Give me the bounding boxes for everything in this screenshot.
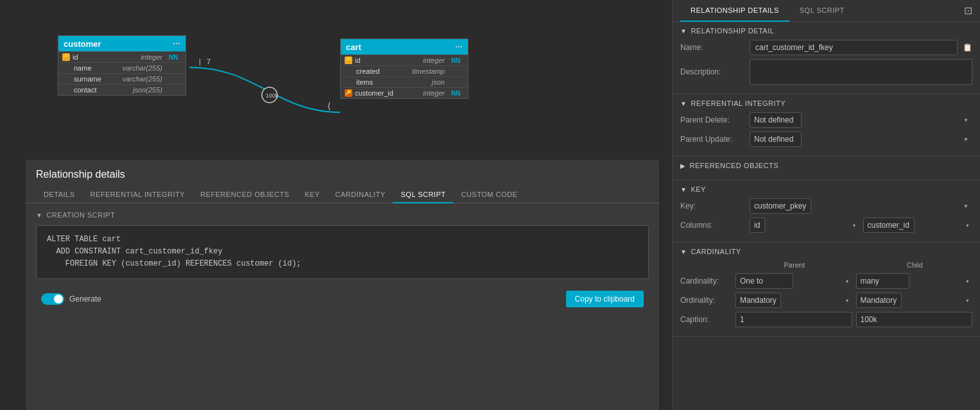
generate-label: Generate bbox=[69, 295, 101, 303]
col-name: surname bbox=[74, 75, 120, 83]
col-type: integer bbox=[423, 89, 445, 97]
columns-row: Columns: id customer_id bbox=[680, 218, 972, 233]
script-footer: Generate Copy to clipboard bbox=[36, 287, 649, 311]
relationship-detail-label: RELATIONSHIP DETAIL bbox=[691, 27, 774, 35]
col-constraint: NN bbox=[169, 54, 182, 61]
generate-toggle-switch[interactable] bbox=[41, 293, 64, 305]
parent-delete-label: Parent Delete: bbox=[680, 115, 744, 124]
col-name: contact bbox=[74, 86, 130, 94]
customer-table-header: customer ··· bbox=[58, 36, 185, 51]
col-type: varchar(255) bbox=[123, 64, 162, 72]
chevron-down-icon: ▼ bbox=[680, 28, 687, 35]
parent-update-row: Parent Update: Not defined CASCADE SET N… bbox=[680, 132, 972, 147]
right-panel: RELATIONSHIP DETAILS SQL SCRIPT ⊡ ▼ RELA… bbox=[672, 0, 980, 410]
pk-icon: 🔑 bbox=[62, 53, 70, 61]
col-type: varchar(255) bbox=[123, 75, 162, 83]
panel-layout-icon[interactable]: ⊡ bbox=[964, 4, 972, 17]
ord-left-wrapper: Mandatory Optional bbox=[735, 293, 852, 308]
relationship-detail-section: ▼ RELATIONSHIP DETAIL Name: 📋 Descriptio… bbox=[673, 22, 980, 94]
diagram-area: customer ··· 🔑 id integer NN name varcha… bbox=[0, 0, 672, 148]
parent-delete-wrapper: Not defined CASCADE SET NULL RESTRICT NO… bbox=[750, 112, 972, 128]
cardinality-label: CARDINALITY bbox=[691, 248, 741, 255]
fk-icon: 🔑 bbox=[345, 89, 352, 97]
copy-to-clipboard-button[interactable]: Copy to clipboard bbox=[566, 291, 644, 307]
col-type: timestamp bbox=[412, 67, 445, 75]
ord-right-wrapper: Mandatory Optional bbox=[856, 293, 973, 308]
key-select[interactable]: customer_pkey bbox=[750, 198, 811, 214]
referential-integrity-section: ▼ REFERENTIAL INTEGRITY Parent Delete: N… bbox=[673, 94, 980, 157]
col-name: id bbox=[355, 56, 420, 64]
parent-update-select[interactable]: Not defined CASCADE SET NULL RESTRICT NO… bbox=[750, 132, 802, 147]
right-tab-relationship-details[interactable]: RELATIONSHIP DETAILS bbox=[680, 0, 789, 22]
ordinality-right-select[interactable]: Mandatory Optional bbox=[856, 293, 902, 308]
card-right-wrapper: many one zero or more bbox=[856, 273, 973, 289]
tab-details[interactable]: DETAILS bbox=[36, 187, 83, 203]
key-field-label: Key: bbox=[680, 201, 744, 210]
columns-label: Columns: bbox=[680, 221, 744, 230]
cart-table-header: cart ··· bbox=[341, 39, 468, 55]
creation-script-header: ▼ CREATION SCRIPT bbox=[36, 211, 649, 219]
col-type: json(255) bbox=[133, 86, 162, 94]
customer-table-menu[interactable]: ··· bbox=[173, 38, 180, 49]
cart-table-menu[interactable]: ··· bbox=[455, 42, 463, 52]
tab-sql-script[interactable]: SQL SCRIPT bbox=[393, 187, 453, 203]
ordinality-row: Ordinality: Mandatory Optional Mandatory… bbox=[680, 293, 972, 308]
tab-cardinality[interactable]: CARDINALITY bbox=[327, 187, 393, 203]
referenced-objects-header[interactable]: ▶ REFERENCED OBJECTS bbox=[680, 162, 972, 169]
table-row: surname varchar(255) bbox=[58, 73, 185, 84]
chevron-down-icon: ▼ bbox=[680, 100, 687, 107]
col-type: json bbox=[432, 78, 445, 86]
parent-update-label: Parent Update: bbox=[680, 135, 744, 144]
cardinality-right-select[interactable]: many one zero or more bbox=[856, 273, 909, 289]
key-select-wrapper: customer_pkey bbox=[750, 198, 972, 214]
ordinality-left-select[interactable]: Mandatory Optional bbox=[735, 293, 781, 308]
caption-left-input[interactable] bbox=[735, 312, 852, 327]
chevron-down-icon: ▼ bbox=[36, 212, 42, 219]
customer-table-title: customer bbox=[64, 39, 101, 49]
key-section-header[interactable]: ▼ KEY bbox=[680, 185, 972, 193]
table-row: name varchar(255) bbox=[58, 62, 185, 73]
cardinality-col-headers: Parent Child bbox=[680, 261, 972, 269]
right-panel-tabs: RELATIONSHIP DETAILS SQL SCRIPT ⊡ bbox=[673, 0, 980, 22]
chevron-down-icon: ▼ bbox=[680, 186, 687, 193]
pk-icon: 🔑 bbox=[345, 56, 352, 64]
table-row: created timestamp bbox=[341, 65, 468, 76]
right-tab-sql-script[interactable]: SQL SCRIPT bbox=[789, 0, 855, 22]
col-right-select[interactable]: customer_id bbox=[863, 218, 915, 233]
col-name: customer_id bbox=[355, 89, 420, 97]
key-section: ▼ KEY Key: customer_pkey Columns: id bbox=[673, 180, 980, 243]
caption-right-input[interactable] bbox=[856, 312, 973, 327]
col-left-wrapper: id bbox=[750, 218, 859, 233]
cardinality-field-label: Cardinality: bbox=[680, 277, 732, 286]
table-row: 🔑 id integer NN bbox=[58, 51, 185, 62]
sql-code: ALTER TABLE cart ADD CONSTRAINT cart_cus… bbox=[47, 234, 638, 271]
col-type: integer bbox=[423, 56, 445, 64]
referential-integrity-header[interactable]: ▼ REFERENTIAL INTEGRITY bbox=[680, 99, 972, 107]
tab-custom-code[interactable]: CUSTOM CODE bbox=[453, 187, 525, 203]
panel-tabs: DETAILS REFERENTIAL INTEGRITY REFERENCED… bbox=[26, 187, 659, 203]
child-label: Child bbox=[907, 261, 923, 269]
columns-selects: id customer_id bbox=[750, 218, 972, 233]
caption-row: Caption: bbox=[680, 312, 972, 327]
cardinality-section-header[interactable]: ▼ CARDINALITY bbox=[680, 248, 972, 255]
description-textarea[interactable] bbox=[750, 59, 972, 85]
tab-referential-integrity[interactable]: REFERENTIAL INTEGRITY bbox=[83, 187, 193, 203]
col-left-select[interactable]: id bbox=[750, 218, 765, 233]
relationship-detail-header[interactable]: ▼ RELATIONSHIP DETAIL bbox=[680, 27, 972, 35]
name-input[interactable] bbox=[750, 40, 958, 55]
col-name: id bbox=[73, 53, 138, 61]
cardinality-left-select[interactable]: One to Zero or one to Exactly one to bbox=[735, 273, 793, 289]
copy-name-button[interactable]: 📋 bbox=[963, 43, 972, 52]
relationship-panel: Relationship details DETAILS REFERENTIAL… bbox=[26, 160, 659, 410]
svg-text:⟨: ⟨ bbox=[327, 101, 331, 111]
col-name: created bbox=[356, 67, 409, 75]
col-name: items bbox=[356, 78, 429, 86]
name-row: Name: 📋 bbox=[680, 40, 972, 55]
svg-point-3 bbox=[262, 87, 277, 103]
tab-referenced-objects[interactable]: REFERENCED OBJECTS bbox=[193, 187, 297, 203]
parent-delete-select[interactable]: Not defined CASCADE SET NULL RESTRICT NO… bbox=[750, 112, 802, 128]
description-label: Description: bbox=[680, 67, 744, 76]
tab-key[interactable]: KEY bbox=[297, 187, 328, 203]
left-panel: customer ··· 🔑 id integer NN name varcha… bbox=[0, 0, 672, 410]
card-left-wrapper: One to Zero or one to Exactly one to bbox=[735, 273, 852, 289]
